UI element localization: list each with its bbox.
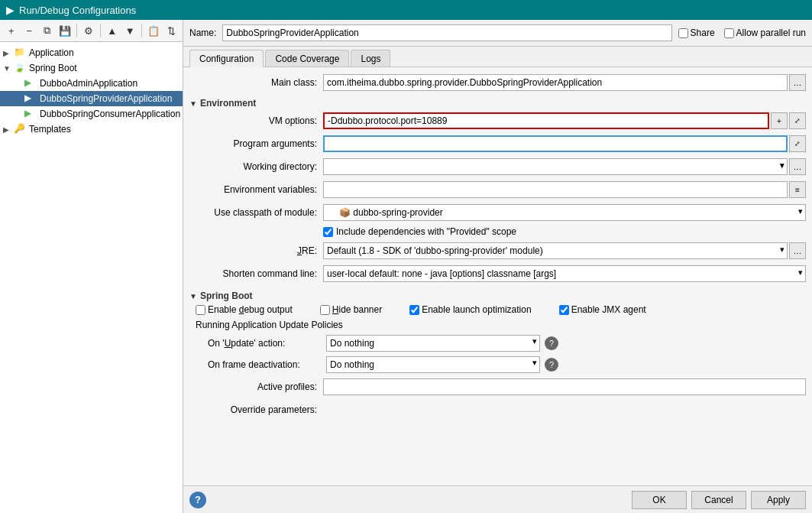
tree-item-dubbo-admin[interactable]: ▶ DubboAdminApplication — [0, 76, 183, 91]
spring-boot-checkboxes: Enable debug output Hide banner Enable l… — [189, 304, 806, 315]
enable-launch-label[interactable]: Enable launch optimization — [409, 304, 531, 315]
on-frame-help-icon[interactable]: ? — [545, 358, 558, 372]
jre-label-text: RE: — [302, 245, 317, 256]
shorten-cmd-row: Shorten command line: user-local default… — [189, 265, 806, 283]
classpath-label: Use classpath of module: — [189, 207, 323, 218]
dubbo-admin-run-icon: ▶ — [24, 77, 37, 89]
tree-label-spring-boot: Spring Boot — [29, 63, 77, 73]
name-checkboxes: Share Allow parallel run — [678, 28, 806, 38]
spring-boot-collapse-icon[interactable]: ▼ — [189, 292, 197, 300]
shorten-cmd-select[interactable]: user-local default: none - java [options… — [323, 265, 806, 282]
on-frame-select-wrapper: Do nothing — [326, 356, 540, 373]
tree-label-dubbo-provider: DubboSpringProviderApplication — [40, 93, 172, 104]
enable-debug-label[interactable]: Enable debug output — [196, 304, 293, 315]
program-args-expand-button[interactable]: ⤢ — [789, 135, 806, 152]
shorten-cmd-wrapper: user-local default: none - java [options… — [323, 265, 806, 282]
on-update-row: On 'Update' action: Do nothing ? — [189, 335, 806, 352]
tree-item-dubbo-spring-consumer[interactable]: ▶ DubboSpringConsumerApplication — [0, 106, 183, 122]
tree-label-application: Application — [29, 47, 74, 58]
working-dir-browse-button[interactable]: … — [789, 158, 806, 175]
on-update-select-wrapper: Do nothing — [326, 335, 540, 352]
working-dir-label: Working directory: — [189, 161, 323, 172]
allow-parallel-checkbox[interactable] — [724, 28, 734, 38]
on-frame-row: On frame deactivation: Do nothing ? — [189, 356, 806, 373]
env-vars-input[interactable] — [323, 181, 788, 198]
tree-label-templates: Templates — [29, 124, 71, 135]
help-button[interactable]: ? — [189, 492, 206, 508]
toolbar-divider-2 — [100, 24, 101, 37]
add-config-button[interactable]: + — [3, 22, 20, 39]
tree-label-dubbo-consumer: DubboSpringConsumerApplication — [40, 109, 180, 119]
tree-item-templates[interactable]: ▶ 🔑 Templates — [0, 122, 183, 137]
enable-debug-checkbox[interactable] — [196, 305, 205, 315]
toolbar-divider-3 — [141, 24, 142, 37]
vm-options-fullscreen-button[interactable]: ⤢ — [789, 112, 806, 129]
include-dep-row: Include dependencies with "Provided" sco… — [189, 226, 806, 237]
jre-select[interactable]: Default (1.8 - SDK of 'dubbo-spring-prov… — [323, 242, 788, 259]
expand-springboot-icon: ▼ — [3, 64, 14, 73]
tab-logs[interactable]: Logs — [351, 50, 390, 67]
update-policies-label: Running Application Update Policies — [189, 320, 806, 330]
tab-configuration[interactable]: Configuration — [189, 50, 264, 67]
share-checkbox-label[interactable]: Share — [678, 28, 715, 38]
on-update-help-icon[interactable]: ? — [545, 336, 558, 350]
jre-label: JRE: — [189, 245, 323, 256]
main-class-row: Main class: … — [189, 73, 806, 92]
hide-banner-checkbox[interactable] — [320, 305, 330, 315]
enable-launch-checkbox[interactable] — [409, 305, 419, 315]
classpath-select[interactable]: 📦 dubbo-spring-provider — [323, 204, 806, 221]
working-dir-input[interactable] — [323, 158, 788, 175]
allow-parallel-checkbox-label[interactable]: Allow parallel run — [724, 28, 806, 38]
apply-button[interactable]: Apply — [751, 491, 806, 509]
share-label: Share — [691, 28, 715, 38]
tree-item-spring-boot[interactable]: ▼ 🍃 Spring Boot — [0, 60, 183, 76]
cancel-button[interactable]: Cancel — [691, 491, 746, 509]
remove-config-button[interactable]: − — [21, 22, 38, 39]
main-class-browse-button[interactable]: … — [789, 74, 806, 91]
copy-config-button[interactable]: ⧉ — [39, 22, 56, 39]
env-vars-edit-button[interactable]: ≡ — [789, 181, 806, 198]
save-config-button[interactable]: 💾 — [57, 22, 74, 39]
vm-options-expand-button[interactable]: + — [771, 112, 788, 129]
main-class-input[interactable] — [323, 74, 788, 91]
update-policies-label-text: Running Application Update Policies — [196, 320, 343, 330]
enable-jmx-checkbox[interactable] — [559, 305, 569, 315]
dubbo-consumer-run-icon: ▶ — [24, 108, 37, 120]
dubbo-provider-run-icon: ▶ — [24, 93, 37, 105]
vm-options-input[interactable] — [323, 112, 769, 129]
enable-jmx-label[interactable]: Enable JMX agent — [559, 304, 646, 315]
jre-row: JRE: Default (1.8 - SDK of 'dubbo-spring… — [189, 242, 806, 260]
move-up-button[interactable]: ▲ — [104, 22, 121, 39]
on-frame-select[interactable]: Do nothing — [326, 356, 540, 373]
spring-boot-section-header: ▼ Spring Boot — [189, 291, 806, 301]
environment-collapse-icon[interactable]: ▼ — [189, 99, 197, 108]
enable-launch-label-text: Enable launch optimization — [422, 304, 531, 315]
move-down-button[interactable]: ▼ — [121, 22, 138, 39]
program-args-row: Program arguments: ⤢ — [189, 135, 806, 153]
app-icon: ▶ — [6, 4, 15, 16]
tree-item-application[interactable]: ▶ 📁 Application — [0, 45, 183, 60]
name-input[interactable] — [222, 24, 671, 41]
active-profiles-input[interactable] — [323, 378, 806, 395]
tab-code-coverage[interactable]: Code Coverage — [265, 50, 349, 67]
hide-banner-label[interactable]: Hide banner — [320, 304, 382, 315]
program-args-label: Program arguments: — [189, 138, 323, 149]
jre-browse-button[interactable]: … — [789, 242, 806, 259]
on-update-label: On 'Update' action: — [208, 338, 326, 349]
on-frame-label: On frame deactivation: — [208, 359, 326, 370]
vm-options-row: VM options: + ⤢ — [189, 112, 806, 130]
sort-button[interactable]: 📋 — [145, 22, 162, 39]
order-button[interactable]: ⇅ — [163, 22, 180, 39]
share-checkbox[interactable] — [678, 28, 688, 38]
program-args-input[interactable] — [323, 135, 788, 152]
shorten-cmd-label: Shorten command line: — [189, 268, 323, 279]
settings-button[interactable]: ⚙ — [80, 22, 97, 39]
environment-section-title: Environment — [200, 98, 256, 109]
ok-button[interactable]: OK — [632, 491, 687, 509]
enable-jmx-label-text: Enable JMX agent — [571, 304, 646, 315]
tree-item-dubbo-spring-provider[interactable]: ▶ DubboSpringProviderApplication — [0, 91, 183, 106]
include-dep-checkbox[interactable] — [323, 227, 333, 237]
program-args-label-text: Program arguments: — [234, 138, 317, 149]
on-update-select[interactable]: Do nothing — [326, 335, 540, 352]
spring-boot-folder-icon: 🍃 — [14, 62, 26, 74]
